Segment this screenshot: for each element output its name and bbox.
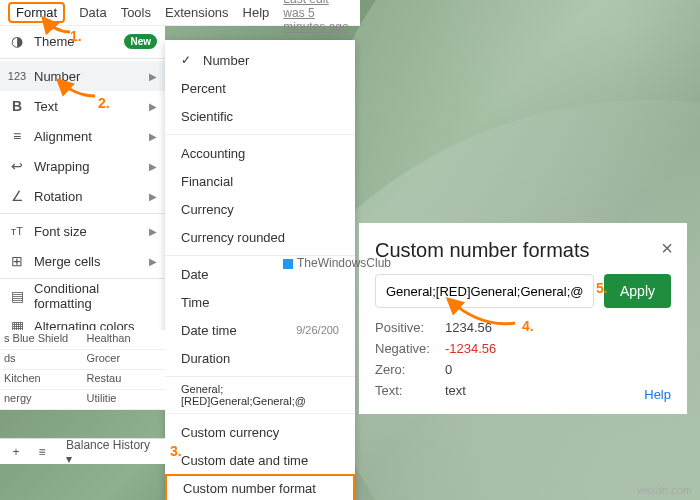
submenu-currround-label: Currency rounded: [181, 230, 339, 245]
table-row[interactable]: dsGrocer: [0, 350, 165, 370]
font-size-icon: тT: [8, 225, 26, 237]
menu-number[interactable]: 123 Number ▶: [0, 61, 165, 91]
format-preview: Positive:1234.56 Negative:-1234.56 Zero:…: [375, 320, 671, 398]
spreadsheet-fragment: s Blue ShieldHealthan dsGrocer KitchenRe…: [0, 330, 165, 410]
preview-positive-label: Positive:: [375, 320, 445, 335]
submenu-custom-currency[interactable]: Custom currency: [165, 418, 355, 446]
chevron-right-icon: ▶: [149, 101, 157, 112]
conditional-formatting-icon: ▤: [8, 288, 26, 304]
dialog-title: Custom number formats: [375, 239, 671, 262]
sheet-tab-label: Balance History: [66, 438, 150, 452]
cell: ds: [0, 350, 83, 369]
submenu-sci-label: Scientific: [181, 109, 339, 124]
theme-icon: ◑: [8, 33, 26, 49]
preview-zero-value: 0: [445, 362, 671, 377]
submenu-time-label: Time: [181, 295, 339, 310]
submenu-duration[interactable]: Duration: [165, 344, 355, 372]
menu-theme-label: Theme: [34, 34, 116, 49]
submenu-curr-label: Currency: [181, 202, 339, 217]
preview-text-label: Text:: [375, 383, 445, 398]
menu-merge-cells[interactable]: ⊞ Merge cells ▶: [0, 246, 165, 276]
menu-font-size[interactable]: тT Font size ▶: [0, 216, 165, 246]
preview-text-value: text: [445, 383, 671, 398]
table-row[interactable]: s Blue ShieldHealthan: [0, 330, 165, 350]
menu-merge-label: Merge cells: [34, 254, 141, 269]
menu-number-label: Number: [34, 69, 141, 84]
alignment-icon: ≡: [8, 128, 26, 144]
submenu-datetime-label: Date time: [181, 323, 290, 338]
submenu-scientific[interactable]: Scientific: [165, 102, 355, 130]
menu-extensions[interactable]: Extensions: [165, 5, 229, 20]
rotation-icon: ∠: [8, 188, 26, 204]
chevron-right-icon: ▶: [149, 131, 157, 142]
cell: nergy: [0, 390, 83, 409]
submenu-date-time[interactable]: Date time9/26/200: [165, 316, 355, 344]
chevron-right-icon: ▶: [149, 191, 157, 202]
merge-icon: ⊞: [8, 253, 26, 269]
menu-rotation[interactable]: ∠ Rotation ▶: [0, 181, 165, 211]
menu-theme[interactable]: ◑ Theme New: [0, 26, 165, 56]
submenu-duration-label: Duration: [181, 351, 339, 366]
chevron-right-icon: ▶: [149, 71, 157, 82]
menu-font-size-label: Font size: [34, 224, 141, 239]
help-link[interactable]: Help: [644, 387, 671, 402]
cell: Kitchen: [0, 370, 83, 389]
submenu-accounting[interactable]: Accounting: [165, 139, 355, 167]
menu-bar: Format Data Tools Extensions Help Last e…: [0, 0, 360, 26]
preview-negative-value: -1234.56: [445, 341, 671, 356]
preview-positive-value: 1234.56: [445, 320, 671, 335]
submenu-currency[interactable]: Currency: [165, 195, 355, 223]
preview-negative-label: Negative:: [375, 341, 445, 356]
menu-conditional-formatting[interactable]: ▤ Conditional formatting: [0, 281, 165, 311]
submenu-fin-label: Financial: [181, 174, 339, 189]
menu-cond-label: Conditional formatting: [34, 281, 157, 311]
bold-icon: B: [8, 98, 26, 114]
apply-button[interactable]: Apply: [604, 274, 671, 308]
menu-wrapping[interactable]: ↩ Wrapping ▶: [0, 151, 165, 181]
submenu-currency-rounded[interactable]: Currency rounded: [165, 223, 355, 251]
menu-alignment[interactable]: ≡ Alignment ▶: [0, 121, 165, 151]
submenu-acct-label: Accounting: [181, 146, 339, 161]
custom-number-formats-dialog: Custom number formats × Apply Positive:1…: [359, 223, 687, 414]
menu-data[interactable]: Data: [79, 5, 106, 20]
submenu-number[interactable]: Number: [165, 46, 355, 74]
menu-tools[interactable]: Tools: [121, 5, 151, 20]
menu-wrapping-label: Wrapping: [34, 159, 141, 174]
all-sheets-button[interactable]: ≡: [32, 441, 52, 463]
submenu-genred-label: General;[RED]General;General;@: [181, 383, 339, 407]
menu-text-label: Text: [34, 99, 141, 114]
cell: Restau: [83, 370, 166, 389]
watermark-thewindowsclub: TheWindowsClub: [283, 256, 391, 270]
menu-rotation-label: Rotation: [34, 189, 141, 204]
watermark-wsxdn: wsxdn.com: [637, 484, 692, 496]
submenu-custcurr-label: Custom currency: [181, 425, 339, 440]
submenu-time[interactable]: Time: [165, 288, 355, 316]
close-icon[interactable]: ×: [661, 237, 673, 260]
chevron-right-icon: ▶: [149, 226, 157, 237]
menu-format[interactable]: Format: [8, 2, 65, 23]
format-menu: ◑ Theme New 123 Number ▶ B Text ▶ ≡ Alig…: [0, 26, 165, 376]
submenu-custom-number-format[interactable]: Custom number format: [165, 474, 355, 500]
submenu-financial[interactable]: Financial: [165, 167, 355, 195]
wrapping-icon: ↩: [8, 158, 26, 174]
last-edit-link[interactable]: Last edit was 5 minutes ago: [283, 0, 352, 34]
format-input[interactable]: [375, 274, 594, 308]
table-row[interactable]: nergyUtilitie: [0, 390, 165, 410]
submenu-custdt-label: Custom date and time: [181, 453, 339, 468]
menu-alignment-label: Alignment: [34, 129, 141, 144]
cell: Utilitie: [83, 390, 166, 409]
submenu-percent[interactable]: Percent: [165, 74, 355, 102]
table-row[interactable]: KitchenRestau: [0, 370, 165, 390]
submenu-general-red[interactable]: General;[RED]General;General;@: [165, 381, 355, 409]
submenu-custom-date-time[interactable]: Custom date and time: [165, 446, 355, 474]
menu-help[interactable]: Help: [243, 5, 270, 20]
sheet-tab[interactable]: Balance History ▾: [58, 436, 159, 468]
sheet-tabs-bar: + ≡ Balance History ▾: [0, 438, 165, 464]
menu-text[interactable]: B Text ▶: [0, 91, 165, 121]
cell: s Blue Shield: [0, 330, 83, 349]
submenu-percent-label: Percent: [181, 81, 339, 96]
add-sheet-button[interactable]: +: [6, 441, 26, 463]
chevron-right-icon: ▶: [149, 161, 157, 172]
number-submenu: Number Percent Scientific Accounting Fin…: [165, 40, 355, 500]
preview-zero-label: Zero:: [375, 362, 445, 377]
